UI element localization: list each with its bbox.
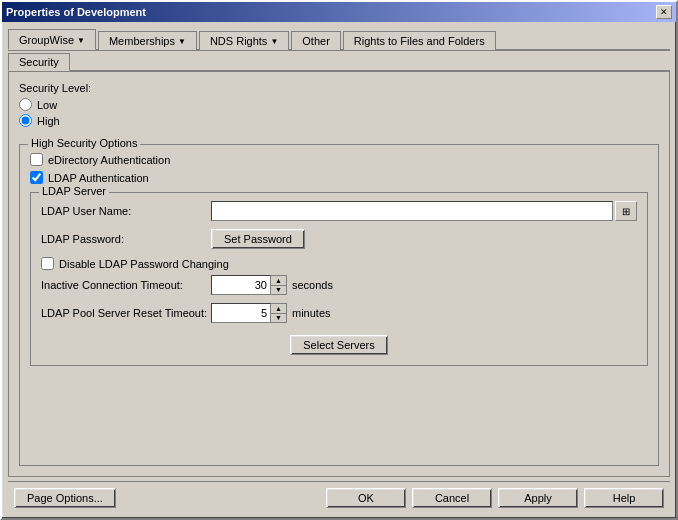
inactive-timeout-up-arrow[interactable]: ▲	[271, 276, 286, 286]
radio-low-label: Low	[37, 99, 57, 111]
radio-high[interactable]	[19, 114, 32, 127]
tab-memberships[interactable]: Memberships ▼	[98, 31, 197, 50]
ldap-server-legend: LDAP Server	[39, 185, 109, 197]
radio-high-label: High	[37, 115, 60, 127]
sub-tab-security[interactable]: Security	[8, 53, 70, 71]
ldap-username-row: LDAP User Name: ⊞	[41, 201, 637, 221]
title-bar: Properties of Development ✕	[2, 2, 676, 22]
disable-ldap-row: Disable LDAP Password Changing	[41, 257, 637, 270]
inactive-timeout-arrows: ▲ ▼	[271, 275, 287, 295]
ldap-pool-reset-input[interactable]	[211, 303, 271, 323]
window-title: Properties of Development	[6, 6, 146, 18]
page-options-button[interactable]: Page Options...	[14, 488, 116, 508]
edirectory-auth-checkbox[interactable]	[30, 153, 43, 166]
nds-rights-dropdown-arrow: ▼	[270, 37, 278, 46]
high-security-options-legend: High Security Options	[28, 137, 140, 149]
ldap-username-input[interactable]	[211, 201, 613, 221]
apply-button[interactable]: Apply	[498, 488, 578, 508]
inactive-timeout-input[interactable]	[211, 275, 271, 295]
security-level-group: Security Level: Low High	[19, 82, 659, 130]
ok-button[interactable]: OK	[326, 488, 406, 508]
select-servers-row: Select Servers	[41, 335, 637, 355]
bottom-bar: Page Options... OK Cancel Apply Help	[8, 481, 670, 512]
ldap-auth-row: LDAP Authentication	[30, 171, 648, 184]
help-button[interactable]: Help	[584, 488, 664, 508]
high-security-options-group: High Security Options eDirectory Authent…	[19, 144, 659, 466]
ldap-pool-reset-row: LDAP Pool Server Reset Timeout: ▲ ▼ minu…	[41, 303, 637, 323]
disable-ldap-checkbox[interactable]	[41, 257, 54, 270]
edirectory-auth-label: eDirectory Authentication	[48, 154, 170, 166]
ldap-pool-reset-spinner: ▲ ▼	[211, 303, 287, 323]
inactive-timeout-label: Inactive Connection Timeout:	[41, 279, 211, 291]
edirectory-auth-row: eDirectory Authentication	[30, 153, 648, 166]
inactive-timeout-spinner: ▲ ▼	[211, 275, 287, 295]
close-button[interactable]: ✕	[656, 5, 672, 19]
tab-other[interactable]: Other	[291, 31, 341, 50]
window-body: GroupWise ▼ Memberships ▼ NDS Rights ▼ O…	[2, 22, 676, 518]
select-servers-button[interactable]: Select Servers	[290, 335, 388, 355]
ldap-password-label: LDAP Password:	[41, 233, 211, 245]
content-area: Security Level: Low High High Security O…	[8, 70, 670, 477]
ldap-server-group: LDAP Server LDAP User Name: ⊞ LDAP Passw…	[30, 192, 648, 366]
ldap-auth-label: LDAP Authentication	[48, 172, 149, 184]
ldap-pool-reset-arrows: ▲ ▼	[271, 303, 287, 323]
cancel-button[interactable]: Cancel	[412, 488, 492, 508]
inactive-timeout-down-arrow[interactable]: ▼	[271, 286, 286, 295]
radio-high-row: High	[19, 114, 659, 127]
set-password-button[interactable]: Set Password	[211, 229, 305, 249]
ldap-pool-reset-unit: minutes	[292, 307, 331, 319]
ldap-username-input-group: ⊞	[211, 201, 637, 221]
inactive-timeout-row: Inactive Connection Timeout: ▲ ▼ seconds	[41, 275, 637, 295]
security-level-label: Security Level:	[19, 82, 659, 94]
tab-bar: GroupWise ▼ Memberships ▼ NDS Rights ▼ O…	[8, 28, 670, 51]
radio-low[interactable]	[19, 98, 32, 111]
ldap-username-label: LDAP User Name:	[41, 205, 211, 217]
ldap-pool-reset-down-arrow[interactable]: ▼	[271, 314, 286, 323]
groupwise-dropdown-arrow: ▼	[77, 36, 85, 45]
sub-tab-bar: Security	[8, 53, 670, 71]
inactive-timeout-unit: seconds	[292, 279, 333, 291]
memberships-dropdown-arrow: ▼	[178, 37, 186, 46]
ldap-username-browse-button[interactable]: ⊞	[615, 201, 637, 221]
ldap-pool-reset-label: LDAP Pool Server Reset Timeout:	[41, 307, 211, 319]
radio-low-row: Low	[19, 98, 659, 111]
ldap-password-row: LDAP Password: Set Password	[41, 229, 637, 249]
main-window: Properties of Development ✕ GroupWise ▼ …	[0, 0, 678, 520]
disable-ldap-label: Disable LDAP Password Changing	[59, 258, 229, 270]
tab-nds-rights[interactable]: NDS Rights ▼	[199, 31, 289, 50]
bottom-right-buttons: OK Cancel Apply Help	[326, 488, 664, 508]
ldap-auth-checkbox[interactable]	[30, 171, 43, 184]
ldap-pool-reset-up-arrow[interactable]: ▲	[271, 304, 286, 314]
tab-rights-files-folders[interactable]: Rights to Files and Folders	[343, 31, 496, 50]
title-bar-controls: ✕	[656, 5, 672, 19]
tab-groupwise[interactable]: GroupWise ▼	[8, 29, 96, 50]
